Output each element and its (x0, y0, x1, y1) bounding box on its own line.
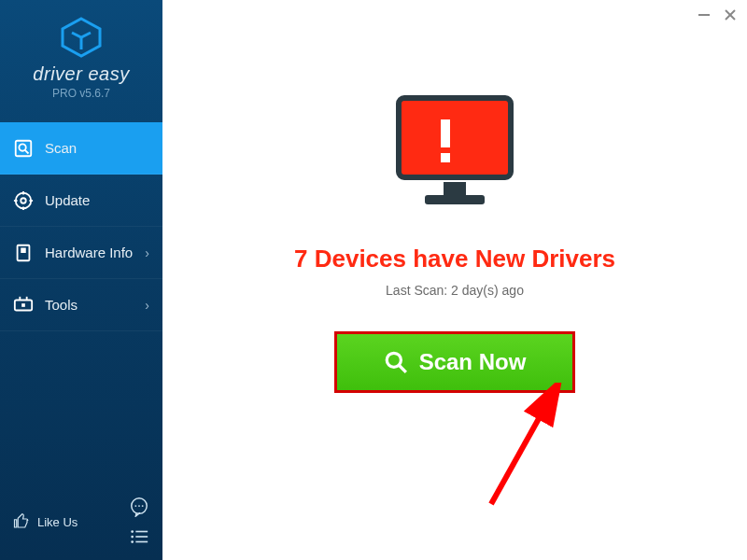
sidebar-item-update[interactable]: Update (0, 175, 162, 227)
svg-rect-16 (21, 303, 25, 307)
svg-line-37 (491, 390, 555, 504)
svg-point-20 (142, 505, 144, 507)
headline: 7 Devices have New Drivers (162, 245, 747, 273)
scan-icon (13, 138, 34, 159)
app-version: PRO v5.6.7 (0, 87, 162, 100)
sidebar-item-label: Tools (45, 297, 78, 313)
like-us-label: Like Us (37, 515, 78, 529)
svg-point-6 (21, 198, 26, 203)
svg-point-25 (131, 540, 134, 543)
sidebar-item-scan[interactable]: Scan (0, 122, 162, 175)
chevron-right-icon: › (145, 298, 149, 313)
sidebar-item-label: Update (45, 192, 90, 208)
svg-line-4 (25, 149, 29, 153)
sidebar-item-tools[interactable]: Tools › (0, 279, 162, 331)
sidebar-item-label: Hardware Info (45, 245, 133, 260)
logo-icon (59, 17, 104, 58)
svg-rect-34 (425, 195, 485, 204)
update-icon (13, 190, 34, 211)
monitor-alert-icon (389, 93, 520, 215)
svg-point-18 (134, 505, 136, 507)
svg-point-5 (16, 192, 32, 208)
svg-rect-30 (399, 98, 511, 177)
feedback-icon[interactable] (129, 497, 149, 517)
last-scan-text: Last Scan: 2 day(s) ago (162, 283, 747, 298)
svg-rect-31 (441, 119, 450, 147)
svg-rect-32 (441, 153, 450, 162)
close-icon (724, 8, 737, 21)
hardware-icon (13, 243, 34, 263)
app-name: driver easy (0, 63, 162, 85)
svg-point-19 (138, 505, 140, 507)
window-controls (697, 7, 738, 22)
chevron-right-icon: › (145, 245, 149, 260)
thumbs-up-icon (13, 513, 30, 530)
sidebar-item-label: Scan (45, 140, 77, 156)
main-panel: 7 Devices have New Drivers Last Scan: 2 … (162, 0, 747, 560)
svg-rect-12 (21, 247, 26, 253)
tools-icon (13, 295, 34, 315)
svg-point-3 (19, 144, 25, 150)
app-window: driver easy PRO v5.6.7 Scan (0, 0, 747, 560)
scan-now-button[interactable]: Scan Now (334, 331, 575, 393)
scan-now-label: Scan Now (419, 349, 527, 375)
svg-rect-33 (444, 182, 466, 195)
svg-point-21 (131, 530, 134, 533)
annotation-arrow-icon (482, 383, 575, 513)
close-button[interactable] (723, 7, 738, 22)
sidebar-item-hardware-info[interactable]: Hardware Info › (0, 227, 162, 279)
like-us-button[interactable]: Like Us (13, 513, 78, 530)
logo-block: driver easy PRO v5.6.7 (0, 0, 162, 113)
svg-point-35 (387, 353, 401, 367)
minimize-button[interactable] (697, 7, 712, 22)
sidebar: driver easy PRO v5.6.7 Scan (0, 0, 162, 560)
nav: Scan Update Hardware Info (0, 122, 162, 487)
minimize-icon (698, 8, 711, 21)
search-icon (384, 350, 408, 374)
sidebar-footer: Like Us (0, 487, 162, 560)
menu-icon[interactable] (129, 526, 149, 547)
footer-icons (129, 497, 149, 547)
svg-rect-2 (16, 140, 32, 156)
center-content: 7 Devices have New Drivers Last Scan: 2 … (162, 93, 747, 393)
svg-line-36 (399, 365, 406, 372)
svg-point-23 (131, 536, 134, 539)
